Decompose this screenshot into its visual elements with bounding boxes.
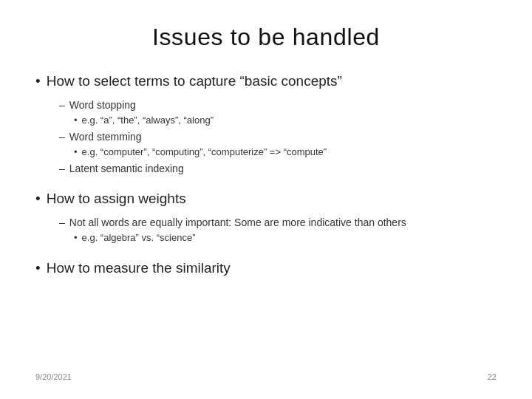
bullet-main-3: • How to measure the similarity <box>35 259 497 279</box>
bullet-text-1: How to select terms to capture “basic co… <box>47 72 342 92</box>
sub-item-1-3: – Latent semantic indexing <box>59 161 497 176</box>
sub-dash-1-3: – <box>59 161 65 176</box>
sub-item-text-1-3: Latent semantic indexing <box>69 161 184 176</box>
sub-sub-bullet-1-2-1: • <box>74 146 78 160</box>
sub-dash-2-1: – <box>59 215 65 230</box>
bullet-dot-2: • <box>35 189 41 209</box>
sub-sub-list-1-1: • e.g. “a”, “the”, “always”, “along” <box>59 114 497 128</box>
bullet-section-3: • How to measure the similarity <box>35 259 497 282</box>
bullet-section-2: • How to assign weights – Not all words … <box>35 189 497 245</box>
sub-sub-list-1-2: • e.g. “computer”, “computing”, “compute… <box>59 146 497 160</box>
sub-item-2-1: – Not all words are equally important: S… <box>59 215 497 230</box>
sub-sub-list-2-1: • e.g. “algebra” vs. “science” <box>59 231 497 245</box>
sub-item-1-2: – Word stemming <box>59 129 497 144</box>
bullet-text-3: How to measure the similarity <box>47 259 231 279</box>
sub-sub-bullet-2-1-1: • <box>74 231 78 245</box>
footer-page: 22 <box>488 372 497 381</box>
footer-date: 9/20/2021 <box>35 372 72 381</box>
slide-title: Issues to be handled <box>35 24 497 51</box>
sub-sub-item-1-2-1: • e.g. “computer”, “computing”, “compute… <box>74 146 497 160</box>
sub-sub-bullet-1-1-1: • <box>74 114 78 128</box>
sub-dash-1-2: – <box>59 129 65 144</box>
sub-item-text-1-2: Word stemming <box>69 129 142 144</box>
sub-sub-text-1-2-1: e.g. “computer”, “computing”, “computeri… <box>82 146 327 160</box>
sub-dash-1-1: – <box>59 98 65 112</box>
sub-sub-text-2-1-1: e.g. “algebra” vs. “science” <box>82 231 196 245</box>
bullet-dot-1: • <box>35 72 41 92</box>
sub-item-1-1: – Word stopping <box>59 98 497 112</box>
slide: Issues to be handled • How to select ter… <box>0 0 532 399</box>
sub-sub-item-1-1-1: • e.g. “a”, “the”, “always”, “along” <box>74 114 497 128</box>
bullet-text-2: How to assign weights <box>47 189 186 209</box>
sub-sub-item-2-1-1: • e.g. “algebra” vs. “science” <box>74 231 497 245</box>
bullet-dot-3: • <box>35 259 41 279</box>
bullet-main-2: • How to assign weights <box>35 189 497 209</box>
sub-item-text-1-1: Word stopping <box>69 98 136 112</box>
sub-list-1: – Word stopping • e.g. “a”, “the”, “alwa… <box>35 98 497 177</box>
sub-item-text-2-1: Not all words are equally important: Som… <box>69 215 406 230</box>
sub-sub-text-1-1-1: e.g. “a”, “the”, “always”, “along” <box>82 114 214 128</box>
bullet-main-1: • How to select terms to capture “basic … <box>35 72 497 92</box>
bullet-section-1: • How to select terms to capture “basic … <box>35 72 497 176</box>
slide-footer: 9/20/2021 22 <box>35 365 497 381</box>
slide-content: • How to select terms to capture “basic … <box>35 72 497 365</box>
sub-list-2: – Not all words are equally important: S… <box>35 215 497 245</box>
